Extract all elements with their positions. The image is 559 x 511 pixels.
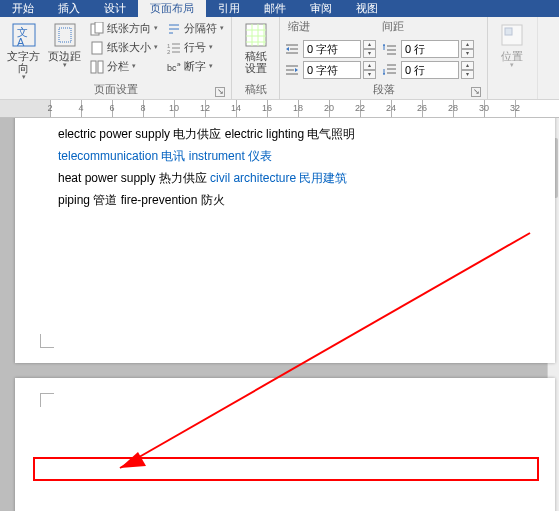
spin-up[interactable]: ▴ [461,61,474,70]
spin-down[interactable]: ▾ [363,49,376,58]
doc-line[interactable]: heat power supply 热力供应 civil architectur… [58,167,535,189]
doc-line[interactable]: telecommunication 电讯 instrument 仪表 [58,145,535,167]
tab-design[interactable]: 设计 [92,0,138,17]
ribbon: 文A 文字方向 ▾ 页边距 ▾ 纸张方向▾ 纸张大小▾ 分栏▾ 分隔符▾ 12行… [0,17,559,100]
indent-left-icon [284,42,301,56]
orientation-button[interactable]: 纸张方向▾ [86,19,161,38]
chevron-down-icon: ▾ [209,43,213,51]
doc-line[interactable]: electric power supply 电力供应 electric ligh… [58,123,535,145]
spin-up[interactable]: ▴ [363,61,376,70]
svg-text:2: 2 [167,49,171,55]
chevron-down-icon: ▾ [154,24,158,32]
group-arrange: 位置 ▾ [488,17,538,99]
group-label-page-setup: 页面设置↘ [4,81,227,99]
spacing-after-row: ▴▾ [382,61,474,79]
hyphenation-button[interactable]: bca-断字▾ [163,57,227,76]
group-page-setup: 文A 文字方向 ▾ 页边距 ▾ 纸张方向▾ 纸张大小▾ 分栏▾ 分隔符▾ 12行… [0,17,232,99]
spin-down[interactable]: ▾ [461,70,474,79]
svg-rect-6 [95,22,103,33]
svg-rect-16 [505,28,512,35]
svg-rect-8 [91,61,96,73]
spacing-before-input[interactable] [401,40,459,58]
line-numbers-icon: 12 [166,40,181,55]
chevron-down-icon: ▾ [132,62,136,70]
group-manuscript: 稿纸 设置 稿纸 [232,17,280,99]
spin-up[interactable]: ▴ [363,40,376,49]
spacing-after-input[interactable] [401,61,459,79]
group-paragraph: 缩进 间距 ▴▾ ▴▾ [280,17,488,99]
svg-text:bc: bc [167,63,177,73]
dialog-launcher-icon[interactable]: ↘ [215,87,225,97]
page-corner-mark [40,330,58,348]
breaks-button[interactable]: 分隔符▾ [163,19,227,38]
chevron-down-icon: ▾ [154,43,158,51]
svg-text:A: A [17,36,25,48]
spacing-before-icon [382,42,399,56]
svg-rect-3 [55,24,75,46]
svg-rect-7 [92,42,102,54]
line-numbers-button[interactable]: 12行号▾ [163,38,227,57]
tab-view[interactable]: 视图 [344,0,390,17]
spacing-header: 间距 [382,19,404,34]
annotation-red-box [33,457,539,481]
document-page-2[interactable]: aseismatic, quake-proof 防震 anti-corrosio… [15,378,555,511]
indent-left-row: ▴▾ [284,40,376,58]
tab-mailings[interactable]: 邮件 [252,0,298,17]
margins-button[interactable]: 页边距 ▾ [45,19,84,69]
document-area: electric power supply 电力供应 electric ligh… [0,118,559,511]
orientation-icon [89,21,104,36]
size-button[interactable]: 纸张大小▾ [86,38,161,57]
group-label-manuscript: 稿纸 [236,81,275,99]
columns-button[interactable]: 分栏▾ [86,57,161,76]
text-direction-button[interactable]: 文A 文字方向 ▾ [4,19,43,81]
chevron-down-icon: ▾ [510,61,514,69]
chevron-down-icon: ▾ [22,73,26,81]
spin-down[interactable]: ▾ [461,49,474,58]
chevron-down-icon: ▾ [63,61,67,69]
indent-right-icon [284,63,301,77]
indent-right-row: ▴▾ [284,61,376,79]
document-page-1[interactable]: electric power supply 电力供应 electric ligh… [15,118,555,363]
tab-insert[interactable]: 插入 [46,0,92,17]
tab-page-layout[interactable]: 页面布局 [138,0,206,17]
tab-home[interactable]: 开始 [0,0,46,17]
chevron-down-icon: ▾ [220,24,224,32]
chevron-down-icon: ▾ [209,62,213,70]
group-label-paragraph: 段落↘ [284,81,483,99]
horizontal-ruler[interactable]: 2468101214161820222426283032 [0,100,559,118]
breaks-icon [166,21,181,36]
indent-header: 缩进 [288,19,310,34]
spacing-before-row: ▴▾ [382,40,474,58]
tab-references[interactable]: 引用 [206,0,252,17]
spin-down[interactable]: ▾ [363,70,376,79]
page-corner-mark [40,393,58,411]
doc-line[interactable]: piping 管道 fire-prevention 防火 [58,189,535,211]
text-direction-label: 文字方向 [4,50,43,74]
manuscript-button[interactable]: 稿纸 设置 [236,19,275,74]
svg-text:a-: a- [177,61,181,67]
svg-rect-14 [246,24,266,46]
dialog-launcher-icon[interactable]: ↘ [471,87,481,97]
page1-content[interactable]: electric power supply 电力供应 electric ligh… [58,123,535,211]
svg-rect-9 [98,61,103,73]
size-icon [89,40,104,55]
spacing-after-icon [382,63,399,77]
tab-review[interactable]: 审阅 [298,0,344,17]
svg-rect-4 [59,28,71,42]
indent-right-input[interactable] [303,61,361,79]
hyphenation-icon: bca- [166,59,181,74]
ribbon-tabstrip: 开始 插入 设计 页面布局 引用 邮件 审阅 视图 [0,0,559,17]
spin-up[interactable]: ▴ [461,40,474,49]
manuscript-label: 稿纸 设置 [245,50,267,74]
columns-icon [89,59,104,74]
indent-left-input[interactable] [303,40,361,58]
position-button[interactable]: 位置 ▾ [492,19,532,69]
